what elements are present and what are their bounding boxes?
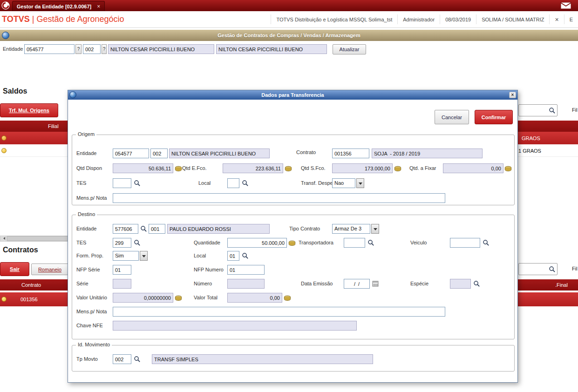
origem-contrato-code-input[interactable] — [332, 149, 369, 158]
valor-unitario-field — [113, 293, 173, 303]
tp-movto-label: Tp Movto — [76, 356, 98, 362]
qtd-dispon-label: Qtd Dispon — [76, 165, 102, 171]
movimento-legend: Id. Movimento — [76, 342, 112, 347]
destino-entidade-code-input[interactable] — [113, 224, 138, 234]
status-dot-icon — [1, 297, 7, 302]
lookup-icon[interactable] — [241, 179, 249, 187]
lookup-icon[interactable] — [482, 239, 490, 246]
romaneio-button[interactable]: Romaneio — [31, 264, 68, 275]
valor-total-label: Valor Total — [194, 295, 218, 300]
nfp-serie-input[interactable] — [113, 265, 131, 275]
saldos-search-input[interactable] — [520, 106, 549, 115]
tab-gestor-entidade[interactable]: Gestor da Entidade [02.9.0067] × — [12, 1, 105, 11]
lookup-icon[interactable] — [133, 179, 141, 187]
app-header: TOTVS | Gestão de Agronegócio TOTVS Dist… — [0, 11, 578, 28]
veiculo-input[interactable] — [450, 238, 480, 248]
lookup-icon[interactable] — [133, 355, 141, 363]
store-code-input[interactable] — [83, 44, 101, 54]
money-icon[interactable] — [175, 294, 182, 302]
cancel-button[interactable]: Cancelar — [435, 110, 469, 124]
exit-label[interactable]: E — [564, 14, 578, 24]
origem-entidade-label: Entidade — [76, 150, 96, 156]
tp-movto-input[interactable] — [113, 354, 131, 364]
entity-label: Entidade — [3, 46, 23, 52]
destino-mens-input[interactable] — [113, 307, 445, 317]
chave-nfe-field — [113, 321, 357, 331]
veiculo-label: Veiculo — [410, 240, 427, 245]
destino-entidade-label: Entidade — [76, 226, 96, 231]
header-close-icon[interactable]: × — [549, 14, 564, 24]
qtd-dispon-field — [113, 163, 173, 173]
origem-entidade-code-input[interactable] — [113, 149, 149, 158]
contratos-filter-label: Fil — [572, 266, 578, 271]
mail-icon[interactable] — [560, 2, 571, 9]
lookup-icon[interactable] — [367, 239, 374, 246]
money-icon[interactable] — [394, 165, 401, 172]
transportadora-input[interactable] — [344, 238, 365, 248]
routine-titlebar: Gestão de Contratos de Compras / Vendas … — [0, 30, 578, 41]
money-icon[interactable] — [175, 165, 182, 172]
saldos-row2-text: 1 GRAOS — [518, 148, 541, 154]
column-contrato: Contrato — [21, 282, 41, 288]
store-help-button[interactable]: ? — [102, 44, 107, 54]
trf-mul-origens-button[interactable]: Trf. Mul. Origens — [0, 103, 58, 117]
lookup-icon[interactable] — [133, 239, 141, 246]
chevron-down-icon[interactable] — [371, 224, 379, 234]
branch-label: SOLIMA / SOLIMA MATRIZ — [476, 14, 549, 24]
destino-tes-input[interactable] — [113, 238, 131, 248]
origem-local-input[interactable] — [227, 178, 239, 188]
chevron-down-icon[interactable] — [140, 251, 148, 261]
entity-code-input[interactable] — [24, 44, 75, 54]
contratos-search — [518, 263, 558, 275]
quantidade-input[interactable] — [227, 238, 287, 248]
search-icon[interactable] — [549, 266, 556, 273]
contratos-search-input[interactable] — [520, 264, 549, 274]
money-icon[interactable] — [288, 239, 296, 247]
money-icon[interactable] — [284, 294, 291, 302]
qtd-fixar-label: Qtd. a Fixar — [409, 165, 436, 171]
chevron-down-icon[interactable] — [356, 178, 364, 188]
app-window: Gestor da Entidade [02.9.0067] × TOTVS |… — [0, 0, 578, 392]
tab-close-icon[interactable]: × — [97, 3, 100, 10]
origem-entidade-store-input[interactable] — [150, 149, 168, 158]
transfer-dialog: Dados para Transferencia × Cancelar Conf… — [68, 90, 518, 383]
routine-title: Gestão de Contratos de Compras / Vendas … — [218, 33, 360, 38]
search-icon[interactable] — [549, 107, 556, 114]
data-emissao-input[interactable] — [344, 279, 370, 289]
origem-legend: Origem — [76, 131, 96, 137]
scroll-left-icon[interactable] — [0, 236, 7, 241]
origem-contrato-label: Contrato — [296, 149, 316, 155]
origem-tes-input[interactable] — [113, 178, 131, 188]
calendar-icon[interactable] — [372, 280, 379, 287]
lookup-icon[interactable] — [140, 225, 147, 232]
lookup-icon[interactable] — [473, 280, 480, 287]
origem-mens-input[interactable] — [113, 193, 445, 203]
refresh-button[interactable]: Atualizar — [333, 44, 366, 54]
confirm-button[interactable]: Confirmar — [475, 110, 513, 124]
valor-unitario-label: Valor Unitário — [76, 295, 107, 300]
dialog-close-icon[interactable]: × — [509, 92, 516, 98]
tipo-contrato-select[interactable]: Armaz De 3 — [332, 224, 370, 234]
lookup-icon[interactable] — [241, 252, 249, 259]
status-dot-icon — [1, 135, 7, 141]
destino-entidade-store-input[interactable] — [149, 224, 165, 234]
nfp-serie-label: NFP Série — [76, 267, 100, 272]
destino-mens-label: Mens.p/ Nota — [76, 309, 107, 314]
tipo-contrato-label: Tipo Contrato — [289, 226, 320, 231]
data-emissao-label: Data Emissão — [301, 281, 333, 286]
taskbar: Gestor da Entidade [02.9.0067] × — [0, 0, 578, 11]
destino-local-input[interactable] — [227, 251, 239, 261]
money-icon[interactable] — [285, 165, 292, 172]
destino-tes-label: TES — [76, 240, 86, 245]
qtd-efco-field — [223, 163, 283, 173]
money-icon[interactable] — [504, 165, 512, 172]
form-prop-select[interactable]: Sim — [113, 251, 139, 261]
brand-module: | Gestão de Agronegócio — [32, 14, 124, 24]
header-info: TOTVS Distribuição e Logística MSSQL Sol… — [271, 11, 578, 27]
entity-help-button[interactable]: ? — [75, 44, 82, 54]
destino-legend: Destino — [76, 211, 97, 217]
sair-button[interactable]: Sair — [0, 262, 29, 276]
nfp-numero-input[interactable] — [227, 265, 265, 275]
transf-despesa-select[interactable]: Nao — [332, 178, 355, 188]
dialog-titlebar: Dados para Transferencia × — [68, 90, 517, 100]
